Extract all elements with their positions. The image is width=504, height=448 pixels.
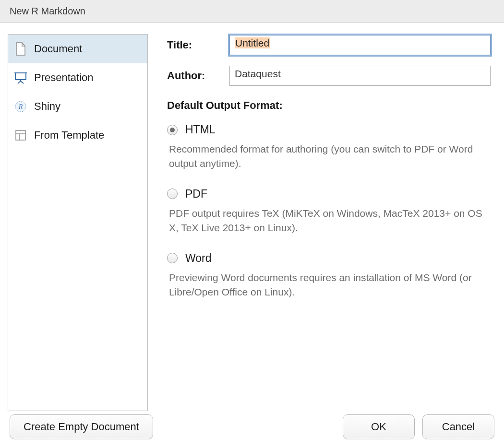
ok-button[interactable]: OK — [343, 414, 415, 439]
title-input-value: Untitled — [235, 37, 270, 48]
document-type-sidebar: Document Presentation R Shin — [8, 34, 148, 411]
title-row: Title: Untitled — [167, 35, 491, 55]
radio-pdf[interactable] — [167, 189, 178, 199]
create-empty-document-button[interactable]: Create Empty Document — [10, 414, 153, 439]
sidebar-item-label: Shiny — [34, 100, 60, 113]
sidebar-item-label: Presentation — [34, 71, 94, 84]
radio-word[interactable] — [167, 253, 178, 263]
svg-rect-0 — [15, 73, 26, 80]
radio-html-label: HTML — [185, 123, 216, 136]
radio-pdf-desc: PDF output requires TeX (MiKTeX on Windo… — [169, 206, 491, 236]
svg-rect-7 — [16, 130, 25, 140]
svg-line-3 — [18, 81, 21, 83]
document-icon — [14, 42, 27, 56]
title-input[interactable]: Untitled — [229, 35, 491, 55]
author-row: Author: Dataquest — [167, 66, 491, 86]
sidebar-item-label: Document — [34, 43, 82, 55]
radio-word-label: Word — [185, 252, 212, 265]
sidebar-item-from-template[interactable]: From Template — [8, 121, 147, 150]
window-titlebar: New R Markdown — [0, 0, 504, 23]
button-bar: Create Empty Document OK Cancel — [0, 414, 504, 439]
sidebar-item-label: From Template — [34, 129, 104, 141]
shiny-icon: R — [14, 100, 27, 113]
radio-html[interactable] — [167, 125, 178, 135]
radio-word-desc: Previewing Word documents requires an in… — [169, 271, 491, 300]
radio-pdf-label: PDF — [185, 188, 207, 200]
svg-line-4 — [21, 81, 24, 83]
radio-html-desc: Recommended format for authoring (you ca… — [169, 142, 491, 171]
sidebar-item-presentation[interactable]: Presentation — [8, 63, 147, 92]
template-icon — [14, 129, 27, 142]
cancel-button[interactable]: Cancel — [422, 414, 494, 439]
author-input[interactable]: Dataquest — [229, 66, 491, 86]
svg-text:R: R — [18, 103, 23, 110]
sidebar-item-shiny[interactable]: R Shiny — [8, 92, 147, 121]
sidebar-item-document[interactable]: Document — [8, 35, 147, 63]
title-label: Title: — [167, 39, 229, 51]
output-format-heading: Default Output Format: — [167, 99, 491, 112]
format-option-word: Word Previewing Word documents requires … — [167, 252, 491, 300]
window-title: New R Markdown — [10, 6, 85, 17]
presentation-icon — [14, 71, 27, 84]
author-label: Author: — [167, 70, 229, 82]
format-option-pdf: PDF PDF output requires TeX (MiKTeX on W… — [167, 188, 491, 236]
format-option-html: HTML Recommended format for authoring (y… — [167, 123, 491, 171]
author-input-value: Dataquest — [235, 68, 281, 79]
dialog-body: Document Presentation R Shin — [0, 23, 504, 411]
main-panel: Title: Untitled Author: Dataquest Defaul… — [148, 23, 504, 411]
